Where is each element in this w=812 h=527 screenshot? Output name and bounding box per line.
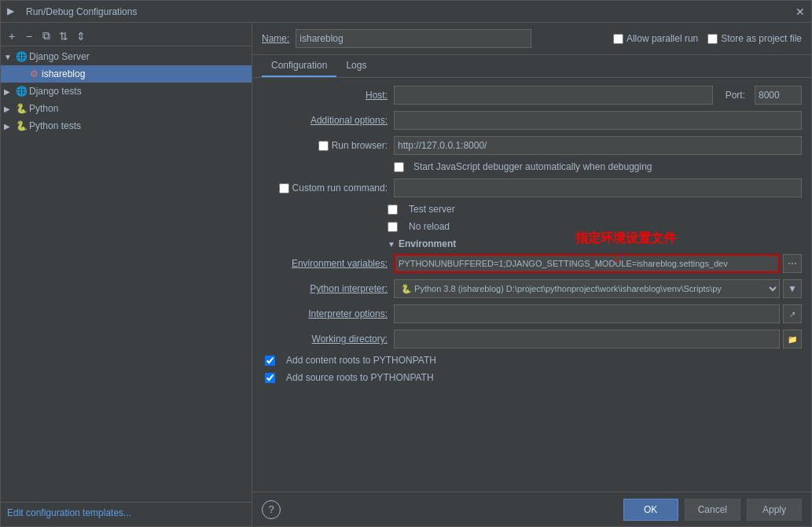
action-buttons: OK Cancel Apply bbox=[623, 499, 802, 521]
sidebar: + − ⧉ ⇅ ⇕ ▼ 🌐 Django Server ⚙ ishareblog bbox=[1, 23, 252, 526]
working-directory-input[interactable] bbox=[394, 330, 780, 348]
tree-item-label: ishareblog bbox=[42, 68, 85, 79]
working-directory-browse-button[interactable]: 📁 bbox=[783, 330, 802, 348]
run-browser-url-input[interactable] bbox=[394, 136, 802, 155]
port-label: Port: bbox=[726, 90, 745, 101]
env-vars-row: Environment variables: ⋯ bbox=[262, 254, 802, 273]
python-interpreter-row: Python interpreter: 🐍 Python 3.8 (ishare… bbox=[262, 279, 802, 298]
js-debugger-row: Start JavaScript debugger automatically … bbox=[262, 161, 802, 172]
no-reload-checkbox[interactable] bbox=[388, 222, 398, 232]
store-as-project-row: Store as project file bbox=[707, 33, 802, 44]
js-debugger-checkbox[interactable] bbox=[394, 162, 404, 172]
env-vars-label: Environment variables: bbox=[262, 258, 388, 269]
additional-options-row: Additional options: bbox=[262, 111, 802, 130]
expand-icon: ▶ bbox=[4, 122, 13, 131]
run-browser-row: Run browser: bbox=[262, 136, 802, 155]
name-input[interactable] bbox=[296, 29, 531, 48]
environment-section-header[interactable]: ▼ Environment bbox=[262, 238, 802, 249]
run-browser-spacer: Run browser: bbox=[262, 140, 388, 151]
cancel-button[interactable]: Cancel bbox=[685, 499, 740, 521]
additional-options-input[interactable] bbox=[394, 111, 802, 130]
custom-run-input[interactable] bbox=[394, 179, 802, 197]
apply-button[interactable]: Apply bbox=[747, 499, 802, 521]
run-debug-configurations-window: ▶ Run/Debug Configurations ✕ + − ⧉ ⇅ ⇕ ▼… bbox=[0, 0, 812, 527]
tab-logs[interactable]: Logs bbox=[336, 55, 376, 77]
config-tree: ▼ 🌐 Django Server ⚙ ishareblog ▶ 🌐 Djang… bbox=[1, 46, 252, 502]
window-icon: ▶ bbox=[7, 6, 20, 18]
custom-run-row: Custom run command: bbox=[262, 179, 802, 197]
bottom-bar: ? OK Cancel Apply bbox=[252, 492, 811, 526]
tree-item-python-tests[interactable]: ▶ 🐍 Python tests bbox=[1, 117, 252, 135]
additional-options-label: Additional options: bbox=[262, 115, 388, 126]
store-as-project-checkbox[interactable] bbox=[707, 34, 718, 44]
edit-templates-link[interactable]: Edit configuration templates... bbox=[7, 507, 131, 518]
interpreter-options-input[interactable] bbox=[394, 304, 780, 323]
python-interpreter-label: Python interpreter: bbox=[262, 283, 388, 294]
allow-parallel-label: Allow parallel run bbox=[626, 33, 698, 44]
test-server-row: Test server bbox=[262, 204, 802, 215]
tree-item-django-server[interactable]: ▼ 🌐 Django Server bbox=[1, 48, 252, 65]
config-header: Name: Allow parallel run Store as projec… bbox=[252, 23, 811, 55]
name-label: Name: bbox=[262, 33, 289, 44]
custom-run-checkbox[interactable] bbox=[279, 183, 289, 193]
host-input[interactable] bbox=[394, 86, 713, 105]
source-roots-label: Add source roots to PYTHONPATH bbox=[286, 372, 434, 383]
allow-parallel-checkbox[interactable] bbox=[613, 34, 623, 44]
env-vars-input[interactable] bbox=[394, 254, 780, 273]
sidebar-footer: Edit configuration templates... bbox=[1, 502, 252, 523]
interpreter-options-label: Interpreter options: bbox=[262, 308, 388, 319]
help-button[interactable]: ? bbox=[262, 500, 281, 519]
environment-section-title: Environment bbox=[399, 238, 456, 249]
tree-item-label: Python tests bbox=[29, 120, 81, 131]
close-button[interactable]: ✕ bbox=[795, 6, 805, 18]
tree-item-label: Django tests bbox=[29, 86, 82, 97]
python-tests-icon: 🐍 bbox=[15, 120, 28, 132]
django-icon: 🌐 bbox=[15, 50, 28, 63]
tree-item-python[interactable]: ▶ 🐍 Python bbox=[1, 100, 252, 117]
custom-run-label: Custom run command: bbox=[292, 182, 388, 193]
host-label: Host: bbox=[262, 90, 388, 101]
remove-config-button[interactable]: − bbox=[21, 28, 37, 44]
tab-configuration[interactable]: Configuration bbox=[262, 55, 336, 77]
add-config-button[interactable]: + bbox=[4, 28, 20, 44]
form-body: Host: Port: Additional options: bbox=[252, 78, 811, 492]
move-config-button[interactable]: ⇅ bbox=[56, 28, 72, 44]
content-roots-row: Add content roots to PYTHONPATH bbox=[262, 355, 802, 366]
tree-item-label: Python bbox=[29, 103, 58, 114]
working-directory-control: 📁 bbox=[394, 330, 802, 348]
tree-item-label: Django Server bbox=[29, 51, 90, 62]
tab-bar: Configuration Logs bbox=[252, 55, 811, 78]
window-title: Run/Debug Configurations bbox=[26, 6, 789, 17]
interpreter-expand-button[interactable]: ▼ bbox=[783, 279, 802, 298]
env-vars-control: ⋯ bbox=[394, 254, 802, 273]
no-reload-row: No reload bbox=[262, 221, 802, 232]
test-server-checkbox[interactable] bbox=[388, 205, 398, 215]
env-vars-edit-button[interactable]: ⋯ bbox=[783, 254, 802, 273]
section-expand-icon: ▼ bbox=[388, 240, 395, 249]
name-field-row: Name: bbox=[262, 29, 604, 48]
title-bar: ▶ Run/Debug Configurations ✕ bbox=[1, 1, 811, 23]
host-port-control: Port: bbox=[394, 86, 802, 105]
host-port-row: Host: Port: bbox=[262, 86, 802, 105]
content-roots-checkbox[interactable] bbox=[265, 356, 275, 366]
python-interpreter-select[interactable]: 🐍 Python 3.8 (ishareblog) D:\project\pyt… bbox=[394, 279, 780, 298]
tree-item-django-tests[interactable]: ▶ 🌐 Django tests bbox=[1, 83, 252, 100]
python-icon: 🐍 bbox=[15, 102, 28, 115]
tree-item-ishareblog[interactable]: ⚙ ishareblog bbox=[1, 65, 252, 83]
config-icon: ⚙ bbox=[28, 68, 40, 80]
copy-config-button[interactable]: ⧉ bbox=[39, 28, 54, 44]
ok-button[interactable]: OK bbox=[623, 499, 678, 521]
run-browser-checkbox[interactable] bbox=[318, 141, 329, 151]
allow-parallel-row: Allow parallel run bbox=[613, 33, 698, 44]
test-server-label: Test server bbox=[409, 204, 455, 215]
content-area: + − ⧉ ⇅ ⇕ ▼ 🌐 Django Server ⚙ ishareblog bbox=[1, 23, 811, 526]
env-vars-container: 指定环境设置文件 ↓ Environment variables: ⋯ bbox=[262, 254, 802, 273]
working-directory-label: Working directory: bbox=[262, 334, 388, 345]
source-roots-checkbox[interactable] bbox=[265, 373, 275, 383]
sort-config-button[interactable]: ⇕ bbox=[73, 28, 89, 44]
port-input[interactable] bbox=[755, 86, 802, 105]
interpreter-options-expand-button[interactable]: ↗ bbox=[783, 304, 802, 323]
interpreter-options-control: ↗ bbox=[394, 304, 802, 323]
interpreter-control: 🐍 Python 3.8 (ishareblog) D:\project\pyt… bbox=[394, 279, 802, 298]
run-browser-label: Run browser: bbox=[332, 140, 388, 151]
